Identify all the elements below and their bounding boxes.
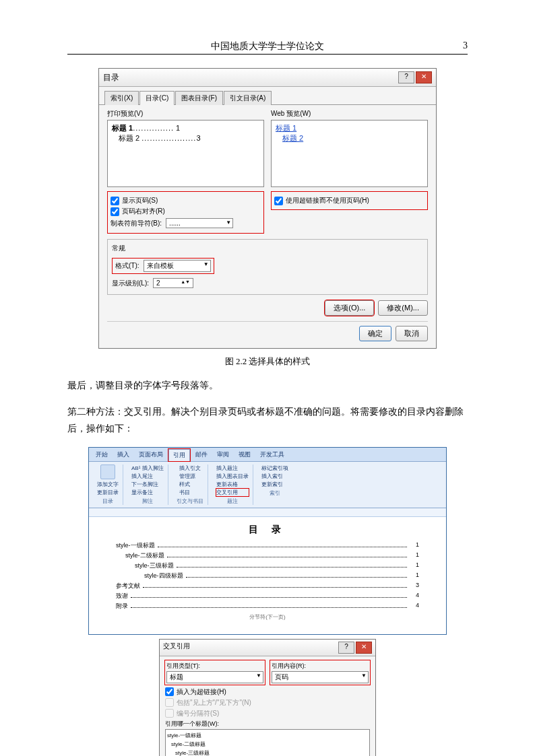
ribbon-group-citation: 插入引文管理源样式书目 引文与书目 <box>172 465 208 505</box>
ribbon-group-footnote: AB¹ 插入脚注插入尾注下一条脚注显示备注 脚注 <box>127 465 168 505</box>
ref-content-label: 引用内容(R): <box>272 662 369 671</box>
print-preview-box: 标题 1............... 1 标题 2 .............… <box>107 120 264 187</box>
levels-spinner[interactable]: 2▲▼ <box>153 278 193 288</box>
general-fieldset: 常规 格式(T): 来自模板 显示级别(L): 2▲▼ <box>107 239 428 295</box>
ribbon-group-caption: 插入题注插入图表目录更新表格交叉引用 题注 <box>212 465 253 505</box>
ribbon-tab-view[interactable]: 视图 <box>234 449 255 461</box>
close-icon[interactable]: ✕ <box>356 642 372 654</box>
doc-toc-title: 目 录 <box>116 524 419 536</box>
ok-button[interactable]: 确定 <box>359 326 391 341</box>
hyperlink-checkbox[interactable]: 使用超链接而不使用页码(H) <box>274 196 424 205</box>
ribbon-tab-references[interactable]: 引用 <box>168 449 190 461</box>
leader-label: 制表符前导符(B): <box>111 219 162 228</box>
ribbon-tab-layout[interactable]: 页面布局 <box>135 449 167 461</box>
ribbon-body: 添加文字更新目录 目录 AB¹ 插入脚注插入尾注下一条脚注显示备注 脚注 插入引… <box>89 462 446 508</box>
header-title: 中国地质大学学士学位论文 <box>94 40 441 53</box>
include-above-below-checkbox[interactable]: 包括"见上方"/"见下方"(N) <box>165 698 370 708</box>
modify-button[interactable]: 修改(M)... <box>378 300 428 316</box>
help-icon[interactable]: ? <box>398 71 414 83</box>
toc-line: 附录4 <box>116 602 419 611</box>
ribbon-tab-mailings[interactable]: 邮件 <box>191 449 212 461</box>
right-align-checkbox[interactable]: 页码右对齐(R) <box>111 207 261 216</box>
paragraph-1: 最后，调整目录的字体字号段落等。 <box>67 377 468 394</box>
general-legend: 常规 <box>112 244 423 253</box>
ref-type-select[interactable]: 标题 <box>166 671 263 683</box>
tab-citations[interactable]: 引文目录(A) <box>224 91 272 105</box>
page-header: 中国地质大学学士学位论文 3 <box>67 40 468 55</box>
list-label: 引用哪一个标题(W): <box>165 720 370 728</box>
ribbon-tab-review[interactable]: 审阅 <box>213 449 233 461</box>
crossref-button[interactable]: 交叉引用 <box>216 489 249 496</box>
ribbon-tabs: 开始 插入 页面布局 引用 邮件 审阅 视图 开发工具 <box>89 448 446 462</box>
ribbon-group-toc: 添加文字更新目录 目录 <box>93 465 123 505</box>
crossref-dialog: 交叉引用 ? ✕ 引用类型(T): 标题 引用内容(R): 页码 <box>159 639 376 756</box>
figure-toc-dialog: 目录 ? ✕ 索引(X) 目录(C) 图表目录(F) 引文目录(A) 打印预览(… <box>67 68 468 349</box>
toc-line: style-一级标题1 <box>116 541 419 550</box>
paragraph-2: 第二种方法：交叉引用。解决个别目录页码或者标题不准确的问题。将需要修改的目录内容… <box>67 403 468 437</box>
toc-dialog: 目录 ? ✕ 索引(X) 目录(C) 图表目录(F) 引文目录(A) 打印预览(… <box>98 68 437 349</box>
toc-line: style-二级标题1 <box>116 551 419 560</box>
figure-2-2-caption: 图 2.2 选择具体的样式 <box>67 355 468 368</box>
crossref-dialog-title: 交叉引用 <box>163 642 190 654</box>
toc-line: 致谢4 <box>116 592 419 600</box>
levels-label: 显示级别(L): <box>112 279 149 288</box>
insert-link-checkbox[interactable]: 插入为超链接(H) <box>165 687 370 697</box>
page-number-top: 3 <box>441 40 468 53</box>
show-page-checkbox[interactable]: 显示页码(S) <box>111 196 261 205</box>
toc-line: style-四级标题1 <box>116 572 419 580</box>
dialog-title: 目录 <box>103 72 119 83</box>
tab-toc[interactable]: 目录(C) <box>139 91 175 105</box>
format-select[interactable]: 来自模板 <box>144 260 211 272</box>
ribbon-tab-insert[interactable]: 插入 <box>113 449 133 461</box>
tab-figures[interactable]: 图表目录(F) <box>175 91 223 105</box>
options-button[interactable]: 选项(O)... <box>325 300 374 316</box>
dialog-titlebar: 目录 ? ✕ <box>99 69 436 87</box>
close-icon[interactable]: ✕ <box>416 71 432 83</box>
web-preview-box: 标题 1 标题 2 <box>271 120 428 187</box>
leader-select[interactable]: ...... <box>166 218 233 228</box>
word-window: 开始 插入 页面布局 引用 邮件 审阅 视图 开发工具 添加文字更新目录 目录 … <box>88 447 447 635</box>
dialog-tabs: 索引(X) 目录(C) 图表目录(F) 引文目录(A) <box>99 87 436 105</box>
hyperlink-option-frame: 使用超链接而不使用页码(H) <box>271 191 428 210</box>
ruler <box>89 508 446 517</box>
ref-type-label: 引用类型(T): <box>166 662 263 671</box>
section-break: 分节符(下一页) <box>116 613 419 621</box>
ribbon-tab-developer[interactable]: 开发工具 <box>256 449 288 461</box>
heading-listbox[interactable]: style-一级标题style-二级标题style-三级标题style-四级标题… <box>165 729 370 756</box>
tab-index[interactable]: 索引(X) <box>104 91 139 105</box>
web-preview-label: Web 预览(W) <box>271 109 428 118</box>
ref-content-select[interactable]: 页码 <box>272 671 369 683</box>
toc-icon[interactable] <box>100 465 115 479</box>
toc-line: 参考文献3 <box>116 582 419 590</box>
figure-crossref: 开始 插入 页面布局 引用 邮件 审阅 视图 开发工具 添加文字更新目录 目录 … <box>67 447 468 756</box>
help-icon[interactable]: ? <box>338 642 354 654</box>
page-number-options-frame: 显示页码(S) 页码右对齐(R) 制表符前导符(B):...... <box>107 191 264 234</box>
ribbon-group-index: 标记索引项插入索引更新索引 索引 <box>257 465 292 505</box>
document-area: 目 录 style-一级标题1style-二级标题1style-三级标题1sty… <box>89 517 446 634</box>
toc-line: style-三级标题1 <box>116 561 419 570</box>
cancel-button[interactable]: 取消 <box>396 326 428 341</box>
print-preview-label: 打印预览(V) <box>107 109 264 118</box>
ribbon-tab-home[interactable]: 开始 <box>92 449 112 461</box>
number-sep-checkbox[interactable]: 编号分隔符(S) <box>165 709 370 718</box>
format-label: 格式(T): <box>115 261 139 271</box>
